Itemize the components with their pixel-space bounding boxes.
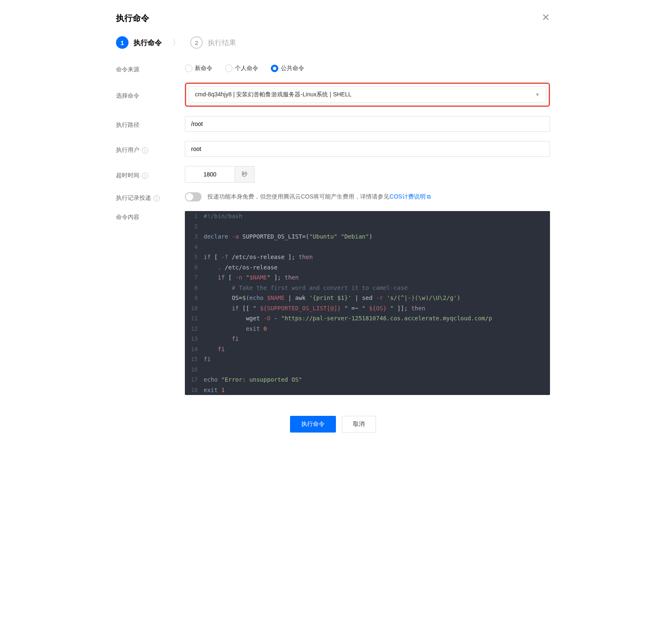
code-content: . /etc/os-release <box>204 262 550 273</box>
code-line: 10 if [[ " ${SUPPORTED_OS_LIST[@]} " =~ … <box>185 303 550 314</box>
step-1[interactable]: 1 执行命令 <box>116 36 162 49</box>
close-button[interactable]: ✕ <box>542 13 550 23</box>
chevron-right-icon: 〉 <box>172 38 180 47</box>
radio-icon <box>185 65 192 72</box>
label-exec-user: 执行用户 i <box>116 144 185 154</box>
select-command-value: cmd-8q34hjy8 | 安装幻兽帕鲁游戏服务器-Linux系统 | SHE… <box>195 91 351 98</box>
code-content <box>204 221 550 232</box>
code-line: 12 exit 0 <box>185 324 550 334</box>
code-line: 6 . /etc/os-release <box>185 262 550 273</box>
row-exec-user: 执行用户 i <box>116 141 550 157</box>
code-line: 13 fi <box>185 334 550 344</box>
radio-new-command[interactable]: 新命令 <box>185 65 212 72</box>
code-content: wget -O - "https://pal-server-1251810746… <box>204 313 550 324</box>
cancel-button[interactable]: 取消 <box>342 416 376 433</box>
code-content: fi <box>204 354 550 365</box>
code-content: # Take the first word and convert it to … <box>204 283 550 293</box>
step-2-number: 2 <box>190 36 203 49</box>
timeout-input[interactable] <box>185 166 235 183</box>
label-delivery: 执行记录投递 i <box>116 192 185 202</box>
code-line: 2 <box>185 221 550 232</box>
code-line: 4 <box>185 242 550 252</box>
line-number: 11 <box>185 313 204 324</box>
step-1-number: 1 <box>116 36 129 49</box>
radio-personal-label: 个人命令 <box>235 65 258 72</box>
line-number: 6 <box>185 262 204 273</box>
select-highlight-box: cmd-8q34hjy8 | 安装幻兽帕鲁游戏服务器-Linux系统 | SHE… <box>185 83 550 107</box>
code-content: declare -a SUPPORTED_OS_LIST=("Ubuntu" "… <box>204 231 550 242</box>
line-number: 17 <box>185 375 204 385</box>
code-line: 5if [ -f /etc/os-release ]; then <box>185 252 550 262</box>
line-number: 18 <box>185 385 204 395</box>
code-content: OS=$(echo $NAME | awk '{print $1}' | sed… <box>204 293 550 303</box>
radio-personal-command[interactable]: 个人命令 <box>225 65 258 72</box>
code-editor[interactable]: 1#!/bin/bash23declare -a SUPPORTED_OS_LI… <box>185 211 550 395</box>
code-content: if [ -n "$NAME" ]; then <box>204 272 550 283</box>
select-command-dropdown[interactable]: cmd-8q34hjy8 | 安装幻兽帕鲁游戏服务器-Linux系统 | SHE… <box>189 86 546 103</box>
line-number: 16 <box>185 365 204 375</box>
line-number: 1 <box>185 211 204 221</box>
line-number: 9 <box>185 293 204 303</box>
step-separator: 〉 <box>172 38 180 48</box>
external-link-icon: ⧉ <box>427 194 431 200</box>
code-line: 14 fi <box>185 344 550 355</box>
line-number: 10 <box>185 303 204 314</box>
code-content: exit 1 <box>204 385 550 395</box>
code-line: 8 # Take the first word and convert it t… <box>185 283 550 293</box>
line-number: 8 <box>185 283 204 293</box>
modal-footer: 执行命令 取消 <box>116 408 550 433</box>
step-indicator: 1 执行命令 〉 2 执行结果 <box>116 36 550 49</box>
code-content: #!/bin/bash <box>204 211 550 221</box>
code-content: if [ -f /etc/os-release ]; then <box>204 252 550 262</box>
radio-icon <box>271 65 278 72</box>
line-number: 12 <box>185 324 204 334</box>
code-line: 16 <box>185 365 550 375</box>
radio-public-label: 公共命令 <box>281 65 304 72</box>
code-content <box>204 242 550 252</box>
delivery-toggle[interactable] <box>185 192 202 201</box>
info-icon[interactable]: i <box>142 173 148 179</box>
label-command-source: 命令来源 <box>116 63 185 73</box>
row-command-source: 命令来源 新命令 个人命令 公共命令 <box>116 63 550 73</box>
label-exec-path: 执行路径 <box>116 119 185 129</box>
info-icon[interactable]: i <box>142 147 148 153</box>
label-timeout: 超时时间 i <box>116 169 185 179</box>
exec-user-input[interactable] <box>185 141 550 157</box>
timeout-unit: 秒 <box>235 166 255 183</box>
code-content: fi <box>204 344 550 355</box>
row-command-content: 命令内容 1#!/bin/bash23declare -a SUPPORTED_… <box>116 211 550 395</box>
line-number: 7 <box>185 272 204 283</box>
info-icon[interactable]: i <box>154 195 160 201</box>
code-line: 17echo "Error: unsupported OS" <box>185 375 550 385</box>
radio-icon <box>225 65 232 72</box>
code-content: if [[ " ${SUPPORTED_OS_LIST[@]} " =~ " $… <box>204 303 550 314</box>
row-exec-path: 执行路径 <box>116 116 550 132</box>
chevron-down-icon: ▼ <box>535 92 540 98</box>
delivery-hint: 投递功能本身免费，但您使用腾讯云COS将可能产生费用，详情请参见COS计费说明⧉ <box>207 193 431 201</box>
code-content: echo "Error: unsupported OS" <box>204 375 550 385</box>
code-content: exit 0 <box>204 324 550 334</box>
line-number: 13 <box>185 334 204 344</box>
execute-command-modal: 执行命令 ✕ 1 执行命令 〉 2 执行结果 命令来源 新命令 个人 <box>103 0 563 441</box>
exec-path-input[interactable] <box>185 116 550 132</box>
line-number: 3 <box>185 231 204 242</box>
step-2[interactable]: 2 执行结果 <box>190 36 236 49</box>
cos-pricing-link[interactable]: COS计费说明 <box>389 193 425 200</box>
step-1-label: 执行命令 <box>134 38 162 48</box>
code-content: fi <box>204 334 550 344</box>
code-line: 11 wget -O - "https://pal-server-1251810… <box>185 313 550 324</box>
line-number: 5 <box>185 252 204 262</box>
label-select-command: 选择命令 <box>116 90 185 100</box>
code-line: 3declare -a SUPPORTED_OS_LIST=("Ubuntu" … <box>185 231 550 242</box>
radio-group-source: 新命令 个人命令 公共命令 <box>185 65 550 72</box>
row-delivery: 执行记录投递 i 投递功能本身免费，但您使用腾讯云COS将可能产生费用，详情请参… <box>116 192 550 202</box>
line-number: 4 <box>185 242 204 252</box>
execute-button[interactable]: 执行命令 <box>290 416 336 433</box>
code-content <box>204 365 550 375</box>
label-command-content: 命令内容 <box>116 211 185 221</box>
step-2-label: 执行结果 <box>208 38 236 48</box>
line-number: 14 <box>185 344 204 355</box>
code-line: 15fi <box>185 354 550 365</box>
radio-new-label: 新命令 <box>195 65 212 72</box>
radio-public-command[interactable]: 公共命令 <box>271 65 304 72</box>
